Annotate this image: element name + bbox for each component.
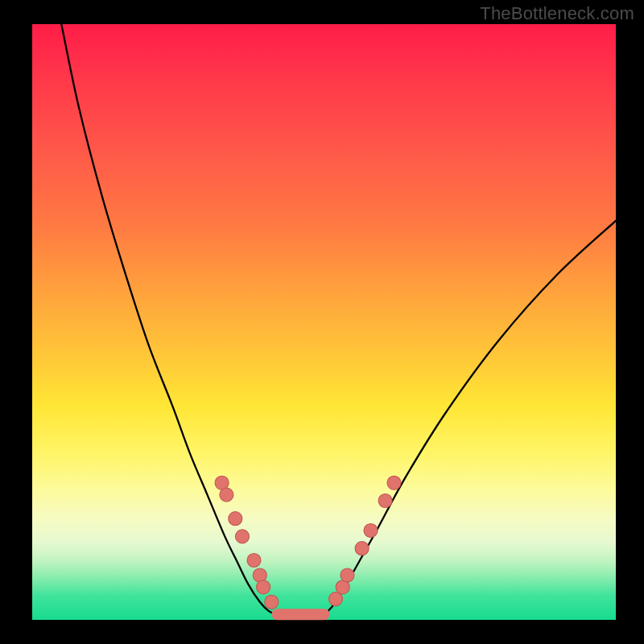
watermark-text: TheBottleneck.com: [480, 3, 634, 24]
marker-dots-group: [215, 476, 401, 609]
marker-dot: [341, 568, 354, 582]
marker-dot: [257, 580, 270, 594]
marker-dot: [364, 524, 378, 538]
plot-area: [32, 24, 616, 620]
chart-svg: [32, 24, 616, 620]
marker-dot: [355, 542, 369, 555]
outer-frame: TheBottleneck.com: [0, 0, 644, 644]
marker-dot: [247, 554, 261, 568]
marker-dot: [378, 494, 392, 508]
marker-dot: [236, 530, 250, 543]
right-curve-path: [324, 221, 617, 615]
marker-dot: [229, 512, 242, 526]
marker-dot: [220, 488, 233, 502]
marker-dot: [265, 595, 279, 609]
marker-dot: [329, 592, 343, 606]
marker-dot: [387, 476, 401, 489]
left-curve-path: [61, 24, 277, 615]
